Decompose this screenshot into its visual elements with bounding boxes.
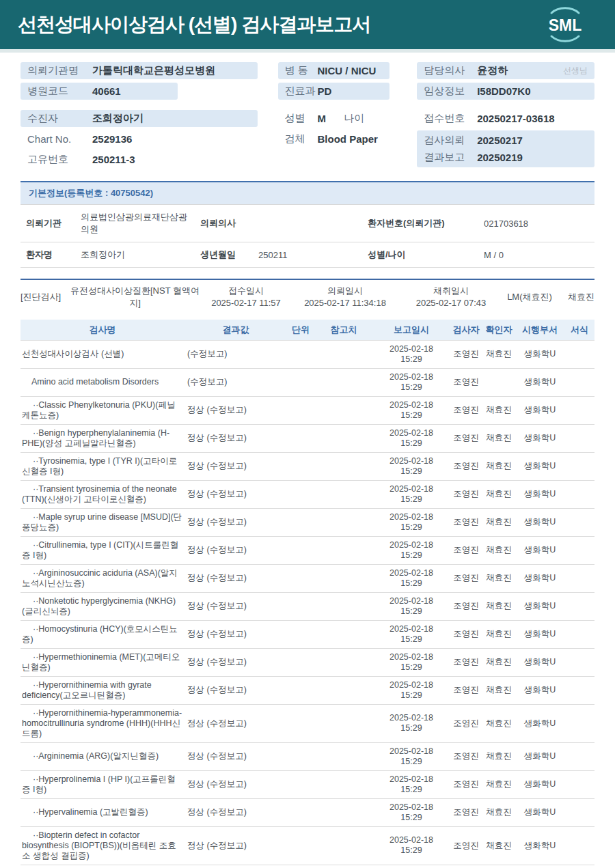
test-name: ··Argininemia (ARG)(알지닌혈증) (22, 751, 183, 761)
table-row: ··Tyrosinemia, type I (TYR I)(고타이로신혈증 I형… (20, 452, 594, 480)
report-datetime-value: 2025-02-18 15:29 (373, 452, 450, 480)
dept-value: 생화학U (515, 676, 564, 704)
table-row: ··Benign hyperphenylalaninemia (H-PHE)(양… (20, 424, 594, 452)
unit-value (287, 536, 314, 564)
checker-value: 채효진 (482, 396, 515, 424)
reference-value (314, 536, 373, 564)
tester-value: 조영진 (450, 676, 482, 704)
specimen-field: 검체 Blood Paper (278, 130, 390, 148)
result-value: 정상 (수정보고) (184, 798, 287, 826)
checker-value: 채효진 (482, 480, 515, 508)
unit-value (287, 676, 314, 704)
table-row: ··Hyperornithinemia with gyrate deficien… (20, 676, 594, 704)
result-value: 정상 (수정보고) (184, 648, 287, 676)
basic-info-table: 의뢰기관 의료법인삼광의료재단삼광의원 의뢰의사 환자번호(의뢰기관) 0217… (20, 204, 594, 268)
tester-value: 조영진 (450, 798, 482, 826)
receipt-datetime: 접수일시 2025-02-17 11:57 (202, 285, 290, 309)
form-value (564, 564, 594, 592)
result-value: 정상 (수정보고) (184, 620, 287, 648)
form-value (564, 396, 594, 424)
checker-value: 채효진 (482, 676, 515, 704)
col-test-name: 검사명 (20, 320, 184, 340)
unit-value (287, 826, 314, 865)
form-value (564, 452, 594, 480)
tester-value: 조영진 (450, 704, 482, 742)
report-datetime-value: 2025-02-18 15:29 (373, 770, 450, 798)
receipt-no-field: 접수번호 20250217-03618 (417, 110, 594, 127)
col-report-datetime: 보고일시 (373, 320, 450, 340)
col-result: 결과값 (184, 320, 287, 340)
dept-value: 생화학U (515, 648, 564, 676)
diagnosis-strip: [진단검사] 유전성대사이상질환[NST 혈액여지] 접수일시 2025-02-… (20, 279, 594, 314)
form-value (564, 592, 594, 620)
unit-value (287, 340, 314, 368)
form-value (564, 424, 594, 452)
svg-text:SML: SML (549, 16, 582, 34)
test-group-name: 유전성대사이상질환[NST 혈액여지] (68, 285, 202, 309)
result-value: 정상 (수정보고) (184, 676, 287, 704)
lm-collector: LM(채효진) (502, 291, 557, 303)
reference-value (314, 742, 373, 770)
col-unit: 단위 (287, 320, 314, 340)
info-right-column: 담당의사 윤정하 선생님 임상정보 I58DD07K0 접수번호 2025021… (417, 62, 594, 171)
checker-value: 채효진 (482, 452, 515, 480)
tester-value: 조영진 (450, 480, 482, 508)
table-row: ··Citrullinemia, type I (CIT)(시트룰린혈증 I형)… (20, 536, 594, 564)
form-value (564, 676, 594, 704)
dept-value: 생화학U (515, 592, 564, 620)
table-row: ··Hyperprolinemia I (HP I)(고프롤린혈증 I형) 정상… (20, 770, 594, 798)
result-value: 정상 (수정보고) (184, 424, 287, 452)
result-value: 정상 (수정보고) (184, 704, 287, 742)
sml-logo-icon: SML (543, 3, 588, 46)
info-left-column: 의뢰기관명 가톨릭대학교은평성모병원 병원코드 40661 수진자 조희정아기 … (20, 62, 258, 171)
order-date-field: 검사의뢰 20250217 (417, 132, 594, 149)
table-row: ··Maple syrup urine disease [MSUD](단풍당뇨증… (20, 508, 594, 536)
reference-value (314, 770, 373, 798)
unit-value (287, 742, 314, 770)
report-datetime-value: 2025-02-18 15:29 (373, 340, 450, 368)
test-name: ··Tyrosinemia, type I (TYR I)(고타이로신혈증 I형… (22, 456, 183, 477)
unit-value (287, 508, 314, 536)
dept-value: 생화학U (515, 798, 564, 826)
reference-value (314, 480, 373, 508)
result-value: 정상 (수정보고) (184, 452, 287, 480)
reference-value (314, 340, 373, 368)
table-row: ··Classic Phenylketonuria (PKU)(페닐케톤뇨증) … (20, 396, 594, 424)
report-datetime-value: 2025-02-18 15:29 (373, 396, 450, 424)
report-datetime-value: 2025-02-18 15:29 (373, 564, 450, 592)
result-value: 정상 (수정보고) (184, 536, 287, 564)
form-value (564, 368, 594, 396)
clinic-dept-field: 진료과 PD (278, 83, 390, 100)
table-row: ··Hypervalinemia (고발린혈증) 정상 (수정보고) 2025-… (20, 798, 594, 826)
test-name: ··Nonketotic hyperglycinemia (NKHG)(글리신뇌… (22, 596, 183, 617)
report-datetime-value: 2025-02-18 15:29 (373, 480, 450, 508)
unit-value (287, 452, 314, 480)
tester-value: 조영진 (450, 742, 482, 770)
checker-value: 채효진 (482, 826, 515, 865)
unit-value (287, 592, 314, 620)
tester-value: 조영진 (450, 770, 482, 798)
dept-value: 생화학U (515, 826, 564, 865)
table-row: ··Nonketotic hyperglycinemia (NKHG)(글리신뇌… (20, 592, 594, 620)
dept-value: 생화학U (515, 396, 564, 424)
form-value (564, 620, 594, 648)
patient-name-field: 수진자 조희정아기 (20, 110, 258, 127)
checker-value: 채효진 (482, 648, 515, 676)
sex-age-field: 성별 M 나이 (278, 110, 390, 127)
tester-value: 조영진 (450, 452, 482, 480)
test-name: ··Argininosuccinic aciduria (ASA)(알지노석시닌… (22, 568, 183, 589)
form-value (564, 770, 594, 798)
result-value: 정상 (수정보고) (184, 564, 287, 592)
test-name: ··Hyperornithinemia-hyperammonemia-homoc… (22, 708, 183, 739)
form-value (564, 480, 594, 508)
test-name: ··Benign hyperphenylalaninemia (H-PHE)(양… (22, 428, 183, 449)
dept-value: 생화학U (515, 564, 564, 592)
table-row: ··Hyperornithinemia-hyperammonemia-homoc… (20, 704, 594, 742)
basic-info-title: 기본정보(등록번호 : 40750542) (20, 181, 594, 204)
report-datetime-value: 2025-02-18 15:29 (373, 648, 450, 676)
basic-row-1: 의뢰기관 의료법인삼광의료재단삼광의원 의뢰의사 환자번호(의뢰기관) 0217… (20, 205, 594, 242)
col-checker: 확인자 (482, 320, 515, 340)
report-header: 선천성대사이상검사 (선별) 검사결과보고서 SML (0, 0, 615, 49)
checker-value: 채효진 (482, 620, 515, 648)
result-value: 정상 (수정보고) (184, 592, 287, 620)
